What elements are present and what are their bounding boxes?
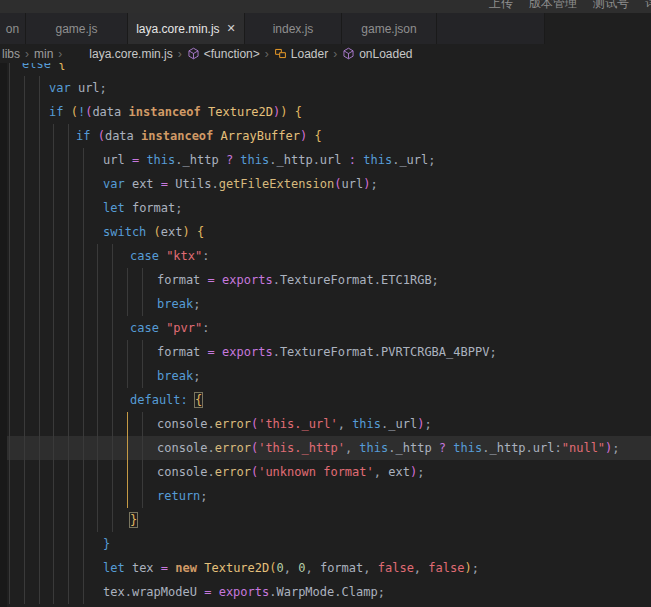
indent-guide (83, 364, 84, 388)
indent-guide (83, 436, 84, 460)
code-line-23[interactable]: tex.wrapModeU = exports.WarpMode.Clamp; (0, 580, 651, 604)
tab-laya.core.min.js[interactable]: laya.core.min.js✕ (128, 13, 245, 44)
indent-guide (24, 196, 25, 220)
breadcrumb-item-min[interactable]: min (34, 47, 53, 61)
code-token: : (202, 249, 209, 263)
indent-guide (83, 172, 84, 196)
breadcrumb-item-libs[interactable]: libs (2, 47, 20, 61)
code-token: { (197, 225, 204, 239)
code-token: var (103, 177, 125, 191)
code-line-10[interactable]: format = exports.TextureFormat.ETC1RGB; (0, 268, 651, 292)
code-editor[interactable]: else {var url;if (!(data instanceof Text… (0, 63, 651, 607)
code-token: "pvr" (166, 321, 202, 335)
indent-guide (9, 76, 10, 100)
indent-guide (39, 484, 40, 508)
indent-guide (53, 580, 54, 604)
indent-guide (24, 580, 25, 604)
indent-guide (39, 436, 40, 460)
code-token (125, 153, 132, 167)
code-line-14[interactable]: break; (0, 364, 651, 388)
code-token: . (208, 417, 215, 431)
code-line-16[interactable]: console.error('this._url', this._url); (0, 412, 651, 436)
top-toolbar: 上传版本管理测试号详 (0, 0, 651, 13)
toolbar-item-3[interactable]: 详 (645, 0, 651, 12)
tab-game.json[interactable]: game.json (342, 13, 437, 44)
indent-guide (39, 100, 40, 124)
code-token: { (58, 63, 65, 71)
code-line-4[interactable]: if (data instanceof ArrayBuffer) { (0, 124, 651, 148)
toolbar-item-2[interactable]: 测试号 (593, 0, 629, 12)
breadcrumb-item--function-[interactable]: <function> (187, 47, 260, 61)
code-line-18[interactable]: console.error('unknown format', ext); (0, 460, 651, 484)
breadcrumb-label: Loader (291, 47, 328, 61)
code-token: ; (489, 345, 496, 359)
indent-guide (112, 340, 113, 364)
code-token: url (78, 81, 100, 95)
code-token: ( (154, 225, 161, 239)
indent-guide (97, 412, 98, 436)
code-token (201, 105, 208, 119)
indent-guide (83, 388, 84, 412)
code-line-8[interactable]: switch (ext) { (0, 220, 651, 244)
indent-guide (39, 340, 40, 364)
code-line-20[interactable]: } (0, 508, 651, 532)
code-line-19[interactable]: return; (0, 484, 651, 508)
code-token: PVRTCRGBA_4BPPV (381, 345, 489, 359)
indent-guide (53, 172, 54, 196)
breadcrumb-item-Loader[interactable]: Loader (274, 47, 328, 61)
code-token: format (157, 273, 200, 287)
tab-label: game.js (55, 22, 97, 36)
code-line-15[interactable]: default: { (0, 388, 651, 412)
indent-guide (39, 508, 40, 532)
code-line-17[interactable]: console.error('this._http', this._http ?… (0, 436, 651, 460)
indent-guide (39, 172, 40, 196)
code-line-7[interactable]: let format; (0, 196, 651, 220)
code-token: instanceof (129, 105, 201, 119)
indent-guide (9, 556, 10, 580)
code-token: default (130, 393, 181, 407)
code-token (288, 105, 295, 119)
indent-guide (39, 580, 40, 604)
code-token: "ktx" (166, 249, 202, 263)
breadcrumb-item-laya.core.min.js[interactable]: laya.core.min.js (89, 47, 172, 61)
code-line-13[interactable]: format = exports.TextureFormat.PVRTCRGBA… (0, 340, 651, 364)
indent-guide (142, 364, 143, 388)
code-token: exports (222, 345, 273, 359)
code-line-12[interactable]: case "pvr": (0, 316, 651, 340)
code-token: , (284, 561, 291, 575)
code-line-11[interactable]: break; (0, 292, 651, 316)
code-line-5[interactable]: url = this._http ? this._http.url : this… (0, 148, 651, 172)
indent-guide (53, 340, 54, 364)
code-line-9[interactable]: case "ktx": (0, 244, 651, 268)
indent-guide (39, 388, 40, 412)
code-token: break (157, 297, 193, 311)
indent-guide (53, 508, 54, 532)
indent-guide (9, 436, 10, 460)
tab-close-icon[interactable]: ✕ (227, 22, 236, 35)
indent-guide (68, 556, 69, 580)
toolbar-item-0[interactable]: 上传 (489, 0, 513, 12)
indent-guide (24, 220, 25, 244)
code-token: . (175, 153, 182, 167)
code-token (188, 393, 195, 407)
tab-on[interactable]: on (0, 13, 26, 44)
indent-guide (9, 340, 10, 364)
tab-game.js[interactable]: game.js (26, 13, 128, 44)
code-line-2[interactable]: var url; (0, 76, 651, 100)
toolbar-item-1[interactable]: 版本管理 (529, 0, 577, 12)
code-token: exports (222, 273, 273, 287)
code-token (213, 129, 220, 143)
code-line-1[interactable]: else { (0, 63, 651, 76)
code-token: 'this._http' (258, 441, 345, 455)
code-line-21[interactable]: } (0, 532, 651, 556)
code-token: 'unknown format' (258, 465, 374, 479)
indent-guide (112, 292, 113, 316)
code-line-3[interactable]: if (!(data instanceof Texture2D)) { (0, 100, 651, 124)
indent-guide (39, 220, 40, 244)
tab-index.js[interactable]: index.js (245, 13, 342, 44)
code-line-22[interactable]: let tex = new Texture2D(0, 0, format, fa… (0, 556, 651, 580)
breadcrumb-item-onLoaded[interactable]: onLoaded (342, 47, 412, 61)
code-line-6[interactable]: var ext = Utils.getFileExtension(url); (0, 172, 651, 196)
code-token: this (146, 153, 175, 167)
indent-guide (39, 364, 40, 388)
